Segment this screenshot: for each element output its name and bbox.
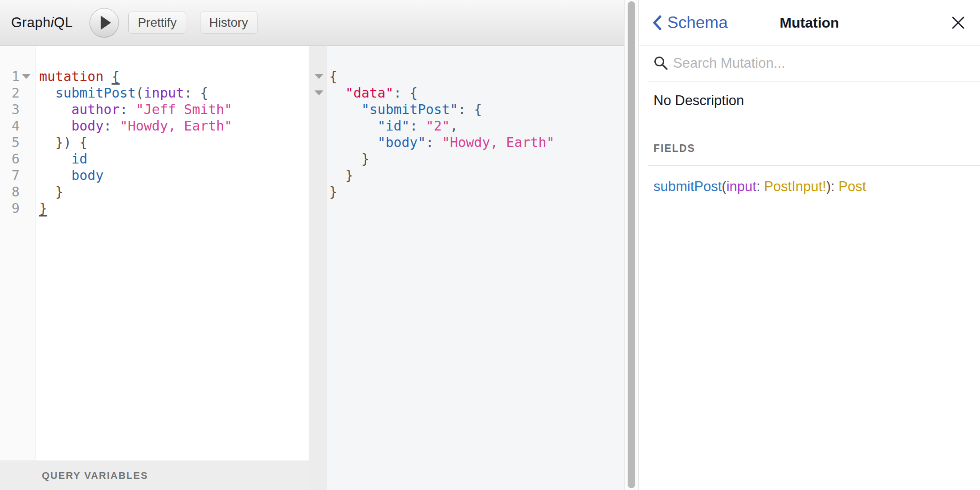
code-token: body	[71, 118, 103, 134]
code-token: "body"	[377, 135, 425, 150]
code-token: :	[426, 135, 442, 150]
graphiql-app: GraphiQL Prettify History 1mutation {2 s…	[0, 0, 980, 490]
doc-title: Mutation	[639, 15, 980, 31]
response-pane[interactable]: { "data": { "submitPost": { "id": "2", "…	[309, 46, 624, 490]
code-token: }) {	[39, 135, 87, 150]
line-number: 3	[0, 101, 20, 118]
code-text: "id": "2",	[327, 118, 458, 134]
code-token: (	[136, 85, 144, 101]
code-line[interactable]: }	[309, 167, 624, 184]
code-token: {	[112, 69, 120, 84]
code-token: submitPost	[55, 85, 136, 101]
line-number: 2	[0, 85, 20, 101]
logo-text-italic-i: i	[51, 15, 54, 30]
code-token: ,	[450, 118, 458, 134]
query-code: 1mutation {2 submitPost(input: {3 author…	[0, 46, 309, 216]
doc-explorer-panel: Schema Mutation No Description FIELDS su…	[639, 0, 980, 490]
line-number: 7	[0, 167, 20, 184]
code-line[interactable]: 2 submitPost(input: {	[0, 85, 309, 101]
code-line[interactable]: 1mutation {	[0, 68, 309, 85]
doc-search-row	[639, 45, 980, 81]
line-number: 1	[0, 68, 20, 85]
code-line[interactable]: }	[309, 151, 624, 167]
code-line[interactable]: 7 body	[0, 167, 309, 184]
code-token	[39, 102, 71, 117]
query-variables-bar[interactable]: QUERY VARIABLES	[0, 461, 309, 490]
code-text: "body": "Howdy, Earth"	[327, 134, 555, 151]
code-text: body: "Howdy, Earth"	[36, 118, 233, 134]
code-token: input	[727, 179, 756, 194]
line-number: 8	[0, 184, 20, 200]
code-token: body	[71, 167, 103, 183]
fold-arrow-icon[interactable]	[314, 90, 323, 95]
query-editor-pane[interactable]: 1mutation {2 submitPost(input: {3 author…	[0, 46, 309, 490]
fold-cell	[20, 74, 36, 79]
code-token: :	[410, 118, 426, 134]
code-text: {	[327, 68, 337, 85]
response-code: { "data": { "submitPost": { "id": "2", "…	[309, 46, 624, 200]
type-description: No Description	[653, 93, 980, 109]
code-line[interactable]: {	[309, 68, 624, 85]
code-token: (	[722, 179, 726, 194]
code-token	[329, 118, 377, 134]
history-button[interactable]: History	[200, 12, 257, 34]
code-line[interactable]: }	[309, 184, 624, 200]
logo-text-post: QL	[54, 15, 73, 30]
fields-section-title: FIELDS	[653, 143, 980, 155]
fields-separator	[648, 165, 980, 166]
line-number: 9	[0, 200, 20, 216]
fold-arrow-icon[interactable]	[314, 74, 323, 79]
code-token: }	[39, 184, 63, 200]
doc-header: Schema Mutation	[639, 0, 980, 45]
code-token: :	[756, 179, 764, 194]
code-token: {	[329, 69, 337, 84]
fold-arrow-icon[interactable]	[22, 74, 31, 79]
close-icon[interactable]	[951, 16, 965, 29]
toolbar: GraphiQL Prettify History	[0, 0, 624, 46]
code-text: author: "Jeff Smith"	[36, 101, 233, 118]
prettify-button[interactable]: Prettify	[128, 12, 186, 34]
code-token: :	[104, 118, 120, 134]
code-token: input	[144, 85, 184, 101]
code-line[interactable]: 6 id	[0, 151, 309, 167]
code-token	[39, 118, 71, 134]
fold-cell	[309, 90, 327, 95]
code-line[interactable]: 8 }	[0, 184, 309, 200]
code-line[interactable]: 9}	[0, 200, 309, 216]
code-token: "Howdy, Earth"	[442, 135, 555, 150]
code-token: id	[71, 151, 87, 167]
code-text: "submitPost": {	[327, 101, 482, 118]
code-text: "data": {	[327, 85, 418, 101]
code-line[interactable]: "body": "Howdy, Earth"	[309, 134, 624, 151]
doc-panel-scrollbar[interactable]	[624, 0, 639, 490]
code-line[interactable]: 3 author: "Jeff Smith"	[0, 101, 309, 118]
doc-search-input[interactable]	[673, 55, 949, 71]
line-number: 4	[0, 118, 20, 134]
code-line[interactable]: 5 }) {	[0, 134, 309, 151]
code-token: "2"	[426, 118, 450, 134]
code-token: "id"	[377, 118, 409, 134]
code-token: ):	[826, 179, 839, 194]
code-token: "Jeff Smith"	[136, 102, 233, 117]
field-item-submitPost[interactable]: submitPost(input: PostInput!): Post	[653, 179, 980, 195]
scrollbar-thumb[interactable]	[628, 1, 635, 488]
execute-query-button[interactable]	[90, 8, 119, 37]
code-token: :	[120, 102, 136, 117]
code-line[interactable]: "id": "2",	[309, 118, 624, 134]
code-text: id	[36, 151, 87, 167]
code-token: }	[39, 200, 47, 216]
code-text: }	[327, 151, 369, 167]
code-token: submitPost	[653, 179, 722, 194]
logo-text-pre: Graph	[11, 15, 51, 30]
search-separator	[648, 81, 980, 82]
code-line[interactable]: "submitPost": {	[309, 101, 624, 118]
code-text: body	[36, 167, 104, 184]
code-token	[39, 167, 71, 183]
code-token	[329, 135, 377, 150]
code-line[interactable]: 4 body: "Howdy, Earth"	[0, 118, 309, 134]
code-text: }	[327, 184, 337, 200]
code-token: : {	[184, 85, 208, 101]
code-text: mutation {	[36, 68, 120, 85]
code-line[interactable]: "data": {	[309, 85, 624, 101]
code-token: }	[329, 184, 337, 200]
